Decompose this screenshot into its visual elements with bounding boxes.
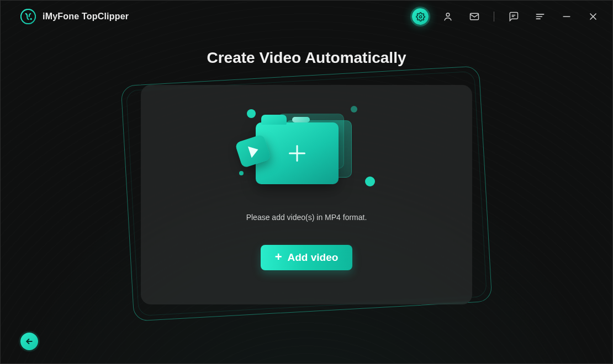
add-video-label: Add video [288,251,339,264]
plus-icon [275,250,282,265]
add-video-button[interactable]: Add video [261,245,353,270]
mail-icon[interactable] [467,9,482,24]
svg-point-0 [21,9,35,24]
folder-illustration [235,103,378,202]
settings-icon[interactable] [412,8,429,25]
app-logo-icon [20,9,36,24]
toolbar-separator [494,12,494,22]
minimize-icon[interactable] [559,9,574,24]
app-title: iMyFone TopClipper [43,12,129,22]
svg-point-1 [30,18,33,20]
close-icon[interactable] [586,9,600,24]
arrow-left-icon [25,337,34,346]
titlebar: iMyFone TopClipper [1,1,612,33]
window-toolbar [412,8,600,25]
feedback-icon[interactable] [506,9,521,24]
back-button[interactable] [20,333,38,350]
dropzone-hint: Please add video(s) in MP4 format. [246,213,367,222]
plus-icon [289,145,305,162]
svg-point-3 [446,13,450,17]
brand: iMyFone TopClipper [20,9,129,24]
dropzone-card[interactable]: Please add video(s) in MP4 format. Add v… [141,85,472,304]
account-icon[interactable] [441,9,455,24]
page-title: Create Video Automatically [1,49,612,67]
menu-icon[interactable] [533,9,547,24]
svg-point-2 [419,15,421,18]
